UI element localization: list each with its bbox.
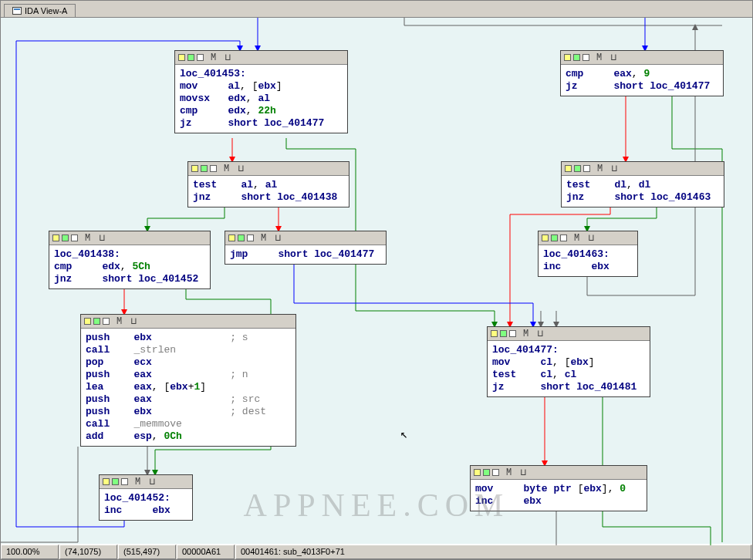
color-icon[interactable] [573, 54, 580, 61]
box-icon[interactable] [247, 234, 254, 241]
box-icon[interactable] [197, 54, 204, 61]
status-coord2: (515,497) [118, 545, 176, 559]
node-test-dl[interactable]: M ⊔ test dl, dl jnz short loc_401463 [561, 161, 724, 207]
collapse-icon[interactable] [103, 478, 110, 485]
color-icon[interactable] [574, 165, 581, 172]
box-icon[interactable] [121, 478, 128, 485]
tab-bar: IDA View-A [1, 1, 752, 18]
box-icon[interactable] [560, 234, 567, 241]
graph-canvas[interactable]: M ⊔ loc_401453: mov al, [ebx] movsx edx,… [1, 18, 752, 545]
node-header[interactable]: M ⊔ [562, 162, 724, 176]
header-text: M ⊔ [574, 232, 596, 245]
header-text: M ⊔ [211, 52, 232, 64]
node-body: loc_401453: mov al, [ebx] movsx edx, al … [175, 65, 347, 133]
box-icon[interactable] [582, 54, 589, 61]
node-loc-401452[interactable]: M ⊔ loc_401452: inc ebx [99, 474, 193, 521]
node-mov-byte-ptr[interactable]: M ⊔ mov byte ptr [ebx], 0 inc ebx [470, 465, 647, 511]
status-addr: 00401461: sub_4013F0+71 [235, 545, 751, 559]
color-icon[interactable] [483, 469, 490, 476]
node-body: jmp short loc_401477 [225, 245, 386, 264]
node-body: loc_401438: cmp edx, 5Ch jnz short loc_4… [49, 245, 210, 288]
collapse-icon[interactable] [564, 54, 571, 61]
header-text: M ⊔ [596, 52, 618, 64]
header-text: M ⊔ [506, 467, 528, 479]
status-coord1: (74,1075) [59, 545, 117, 559]
collapse-icon[interactable] [178, 54, 185, 61]
document-icon [12, 7, 22, 15]
collapse-icon[interactable] [491, 330, 498, 337]
box-icon[interactable] [509, 330, 516, 337]
tab-label: IDA View-A [25, 6, 67, 15]
collapse-icon[interactable] [228, 234, 235, 241]
header-text: M ⊔ [261, 232, 282, 245]
cursor-icon: ↖ [400, 427, 408, 442]
node-header[interactable]: M ⊔ [81, 315, 295, 329]
header-text: M ⊔ [224, 163, 245, 175]
box-icon[interactable] [583, 165, 590, 172]
tab-ida-view-a[interactable]: IDA View-A [4, 4, 76, 17]
color-icon[interactable] [62, 234, 69, 241]
color-icon[interactable] [187, 54, 194, 61]
collapse-icon[interactable] [565, 165, 572, 172]
header-text: M ⊔ [523, 328, 545, 340]
color-icon[interactable] [500, 330, 507, 337]
node-body: push ebx ; s call _strlen pop ecx push e… [81, 329, 295, 446]
node-header[interactable]: M ⊔ [488, 327, 650, 341]
status-offset: 00000A61 [177, 545, 235, 559]
node-body: loc_401477: mov cl, [ebx] test cl, cl jz… [488, 341, 650, 396]
collapse-icon[interactable] [191, 165, 198, 172]
box-icon[interactable] [210, 165, 217, 172]
node-header[interactable]: M ⊔ [49, 231, 210, 245]
collapse-icon[interactable] [84, 318, 91, 325]
node-strlen-memmove[interactable]: M ⊔ push ebx ; s call _strlen pop ecx pu… [80, 314, 296, 447]
color-icon[interactable] [112, 478, 119, 485]
status-zoom[interactable]: 100.00% [1, 545, 59, 559]
node-test-al[interactable]: M ⊔ test al, al jnz short loc_401438 [187, 161, 349, 207]
node-loc-401477[interactable]: M ⊔ loc_401477: mov cl, [ebx] test cl, c… [487, 326, 650, 397]
node-body: loc_401452: inc ebx [100, 489, 192, 520]
node-header[interactable]: M ⊔ [561, 51, 723, 65]
node-header[interactable]: M ⊔ [225, 231, 386, 245]
box-icon[interactable] [103, 318, 110, 325]
collapse-icon[interactable] [52, 234, 59, 241]
color-icon[interactable] [93, 318, 100, 325]
node-body: mov byte ptr [ebx], 0 inc ebx [471, 480, 647, 511]
color-icon[interactable] [238, 234, 245, 241]
node-body: test dl, dl jnz short loc_401463 [562, 176, 724, 207]
node-loc-401438[interactable]: M ⊔ loc_401438: cmp edx, 5Ch jnz short l… [49, 231, 211, 289]
node-loc-401453[interactable]: M ⊔ loc_401453: mov al, [ebx] movsx edx,… [174, 50, 348, 133]
node-cmp-eax-9[interactable]: M ⊔ cmp eax, 9 jz short loc_401477 [560, 50, 724, 96]
node-body: loc_401463: inc ebx [539, 245, 637, 276]
node-header[interactable]: M ⊔ [100, 475, 192, 489]
color-icon[interactable] [551, 234, 558, 241]
collapse-icon[interactable] [542, 234, 549, 241]
node-body: cmp eax, 9 jz short loc_401477 [561, 65, 723, 96]
node-jmp[interactable]: M ⊔ jmp short loc_401477 [225, 231, 387, 265]
header-text: M ⊔ [116, 315, 138, 328]
node-header[interactable]: M ⊔ [175, 51, 347, 65]
status-bar: 100.00% (74,1075) (515,497) 00000A61 004… [1, 544, 752, 559]
box-icon[interactable] [71, 234, 78, 241]
node-header[interactable]: M ⊔ [539, 231, 637, 245]
color-icon[interactable] [201, 165, 208, 172]
header-text: M ⊔ [597, 163, 619, 175]
collapse-icon[interactable] [474, 469, 481, 476]
node-body: test al, al jnz short loc_401438 [188, 176, 349, 207]
node-header[interactable]: M ⊔ [471, 466, 647, 480]
header-text: M ⊔ [85, 232, 106, 245]
node-header[interactable]: M ⊔ [188, 162, 349, 176]
box-icon[interactable] [492, 469, 499, 476]
header-text: M ⊔ [135, 476, 157, 488]
node-loc-401463[interactable]: M ⊔ loc_401463: inc ebx [538, 231, 638, 277]
